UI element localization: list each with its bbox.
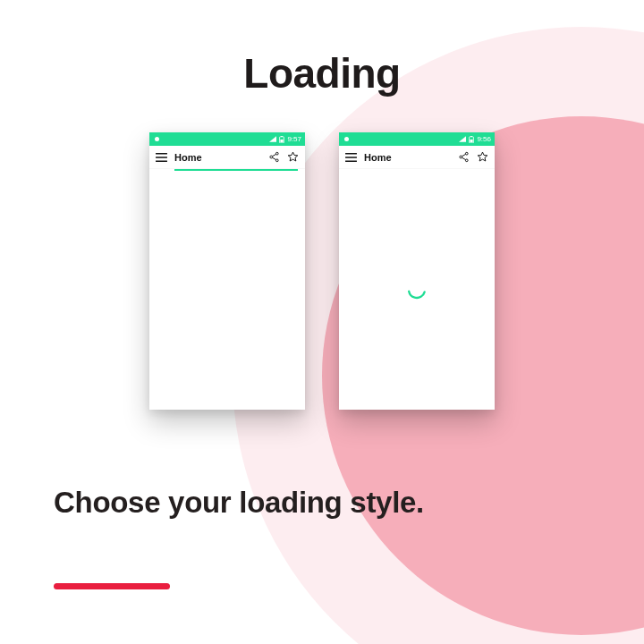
star-outline-icon[interactable] bbox=[477, 151, 488, 163]
linear-progress-indicator bbox=[174, 169, 298, 171]
status-time: 9:56 bbox=[477, 135, 491, 143]
app-bar-title: Home bbox=[364, 152, 451, 163]
circular-progress-indicator bbox=[406, 279, 428, 301]
phone-mockup-linear: 9:57 Home bbox=[149, 132, 305, 410]
status-time: 9:57 bbox=[287, 135, 301, 143]
phone-mockups-row: 9:57 Home 9:56 Home bbox=[0, 132, 644, 410]
battery-icon bbox=[469, 136, 474, 143]
screen-content bbox=[149, 169, 305, 410]
page-title: Loading bbox=[0, 49, 644, 97]
accent-underline bbox=[54, 583, 170, 589]
svg-point-12 bbox=[407, 279, 427, 299]
hamburger-menu-icon[interactable] bbox=[156, 153, 167, 162]
svg-point-9 bbox=[465, 152, 468, 155]
svg-point-4 bbox=[270, 156, 273, 158]
svg-point-11 bbox=[465, 159, 468, 162]
signal-icon bbox=[269, 136, 276, 142]
hamburger-menu-icon[interactable] bbox=[345, 153, 357, 162]
svg-rect-1 bbox=[282, 136, 284, 137]
app-bar: Home bbox=[149, 146, 305, 169]
app-bar-title: Home bbox=[174, 152, 261, 163]
share-icon[interactable] bbox=[268, 151, 280, 163]
svg-point-3 bbox=[275, 152, 278, 155]
signal-icon bbox=[459, 136, 466, 142]
status-dot-icon bbox=[344, 137, 349, 141]
screen-content bbox=[339, 169, 495, 410]
status-dot-icon bbox=[155, 137, 159, 141]
page-subtitle: Choose your loading style. bbox=[54, 483, 429, 523]
svg-rect-7 bbox=[471, 136, 473, 137]
svg-rect-8 bbox=[470, 140, 473, 142]
promo-canvas: Loading 9:57 Home bbox=[0, 0, 644, 644]
svg-point-10 bbox=[460, 156, 462, 158]
battery-icon bbox=[279, 136, 284, 143]
status-bar: 9:57 bbox=[149, 132, 305, 146]
status-bar: 9:56 bbox=[339, 132, 495, 146]
phone-mockup-circular: 9:56 Home bbox=[339, 132, 495, 410]
share-icon[interactable] bbox=[458, 151, 470, 163]
star-outline-icon[interactable] bbox=[287, 151, 299, 163]
app-bar: Home bbox=[339, 146, 495, 169]
svg-point-5 bbox=[275, 159, 278, 162]
svg-rect-2 bbox=[281, 140, 284, 142]
